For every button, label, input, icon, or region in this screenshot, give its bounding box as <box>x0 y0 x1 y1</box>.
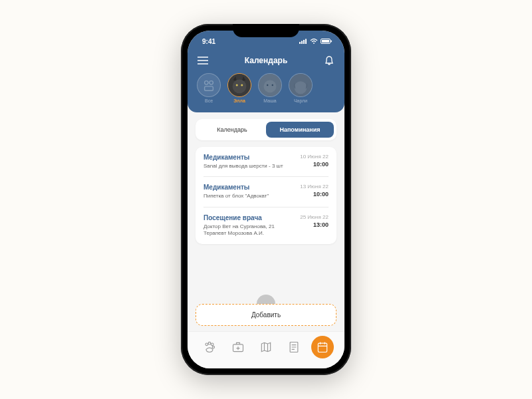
pet-label: Чарли <box>294 98 307 103</box>
svg-point-15 <box>233 80 247 94</box>
pet-label: Маша <box>263 98 276 103</box>
map-icon <box>259 340 273 354</box>
calendar-icon <box>316 340 329 354</box>
document-icon <box>287 340 301 354</box>
svg-rect-7 <box>331 41 332 43</box>
pet-label: Все <box>205 98 213 103</box>
view-tabs: Календарь Напоминания <box>196 119 336 140</box>
svg-rect-6 <box>322 40 329 43</box>
reminder-time: 13:00 <box>300 221 329 228</box>
reminder-list: Медикаменты Sanal для вывода шерсти - 3 … <box>196 147 336 244</box>
pet-masha[interactable]: Маша <box>258 73 282 103</box>
svg-point-16 <box>236 84 238 86</box>
medkit-icon <box>231 340 245 354</box>
tab-calendar[interactable]: Календарь <box>198 122 266 138</box>
reminder-time: 10:00 <box>300 191 329 198</box>
reminder-time: 10:00 <box>300 161 329 168</box>
reminder-title: Посещение врача <box>203 214 295 221</box>
add-button[interactable]: Добавить <box>196 304 336 326</box>
content-area: Календарь Напоминания Медикаменты Sanal … <box>188 112 344 331</box>
status-indicators <box>299 39 332 44</box>
svg-rect-13 <box>205 86 213 90</box>
reminder-description: Доктор Вет на Сурганова, 21 Терапевт Мор… <box>203 223 295 237</box>
svg-point-17 <box>241 84 243 86</box>
bottom-nav <box>188 331 344 368</box>
reminder-description: Пипетка от блох "Адвокат" <box>203 193 295 200</box>
notch <box>233 24 299 37</box>
header: Календарь Все Элла Маша <box>188 52 344 112</box>
list-item[interactable]: Медикаменты Sanal для вывода шерсти - 3 … <box>203 147 329 177</box>
battery-icon <box>321 39 332 44</box>
paw-icon <box>203 340 216 354</box>
pet-all[interactable]: Все <box>197 73 221 103</box>
phone-frame: 9:41 Календарь Все <box>181 24 351 375</box>
status-time: 9:41 <box>202 38 215 45</box>
pet-ella[interactable]: Элла <box>227 73 251 103</box>
avatar <box>258 73 282 97</box>
svg-rect-0 <box>299 42 301 44</box>
screen: 9:41 Календарь Все <box>188 31 344 368</box>
svg-point-19 <box>264 80 277 92</box>
notifications-button[interactable] <box>323 55 335 66</box>
svg-rect-2 <box>303 40 305 44</box>
svg-point-26 <box>211 343 214 346</box>
svg-point-24 <box>205 343 208 346</box>
avatar <box>227 73 251 97</box>
svg-rect-3 <box>305 39 307 45</box>
svg-point-23 <box>295 81 307 94</box>
reminder-title: Медикаменты <box>203 154 295 161</box>
svg-rect-37 <box>318 343 327 352</box>
svg-point-11 <box>205 81 209 85</box>
reminder-date: 10 Июня 22 <box>300 154 329 160</box>
nav-pets[interactable] <box>198 336 221 358</box>
svg-point-25 <box>208 342 211 344</box>
pet-selector: Все Элла Маша Чарли <box>188 73 344 103</box>
nav-calendar[interactable] <box>311 336 334 358</box>
nav-notes[interactable] <box>283 336 305 358</box>
nav-map[interactable] <box>255 336 277 358</box>
menu-button[interactable] <box>197 55 209 66</box>
svg-rect-1 <box>301 41 303 45</box>
svg-point-12 <box>209 81 213 85</box>
svg-point-27 <box>212 346 214 348</box>
reminder-description: Sanal для вывода шерсти - 3 шт <box>203 163 295 170</box>
hamburger-icon <box>198 57 208 65</box>
wifi-icon <box>310 39 318 44</box>
bell-icon <box>324 55 334 66</box>
pet-charlie[interactable]: Чарли <box>289 73 313 103</box>
reminder-date: 25 Июня 22 <box>300 214 329 220</box>
svg-point-20 <box>267 84 268 86</box>
reminder-date: 13 Июня 22 <box>300 184 329 190</box>
nav-health[interactable] <box>227 336 249 358</box>
avatar <box>289 73 313 97</box>
page-title: Календарь <box>245 56 288 65</box>
svg-point-21 <box>272 84 273 86</box>
reminder-title: Медикаменты <box>203 184 295 191</box>
pet-label: Элла <box>233 98 245 103</box>
svg-point-4 <box>313 43 315 44</box>
list-item[interactable]: Медикаменты Пипетка от блох "Адвокат" 13… <box>203 177 329 207</box>
signal-icon <box>299 39 307 44</box>
list-item[interactable]: Посещение врача Доктор Вет на Сурганова,… <box>203 207 329 244</box>
tab-reminders[interactable]: Напоминания <box>266 122 334 138</box>
